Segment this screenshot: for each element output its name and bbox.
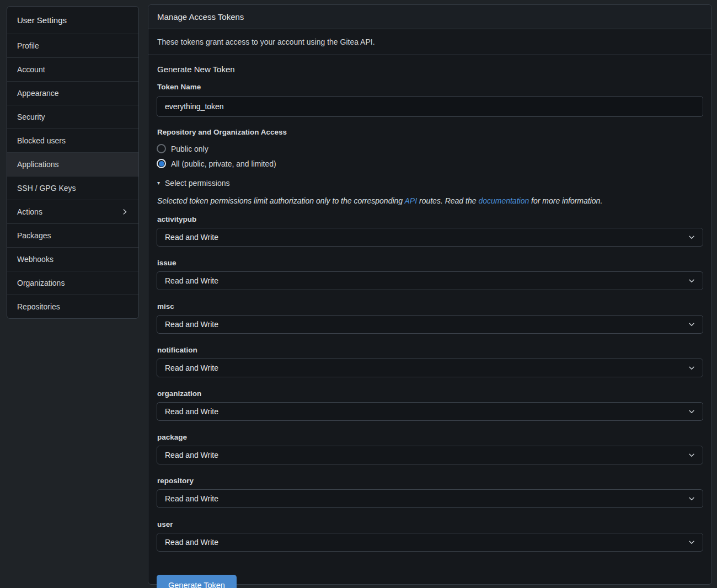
sidebar-item-label: Organizations xyxy=(17,279,65,287)
permission-group-repository: repository Read and Write xyxy=(157,477,703,508)
chevron-down-icon xyxy=(688,320,695,328)
sidebar-item-label: Account xyxy=(17,65,45,74)
permission-label: user xyxy=(157,520,703,528)
permission-group-notification: notification Read and Write xyxy=(157,346,703,377)
permission-label: misc xyxy=(157,302,703,311)
permission-select-activitypub[interactable]: Read and Write xyxy=(157,228,703,247)
permission-group-activitypub: activitypub Read and Write xyxy=(157,215,703,247)
chevron-down-icon xyxy=(688,408,695,415)
sidebar-item-label: Appearance xyxy=(17,89,59,98)
sidebar-item-applications[interactable]: Applications xyxy=(7,152,138,176)
chevron-down-icon xyxy=(688,233,695,241)
sidebar-item-appearance[interactable]: Appearance xyxy=(7,81,138,105)
permission-select-package[interactable]: Read and Write xyxy=(157,446,703,464)
generate-new-token-heading: Generate New Token xyxy=(157,65,703,74)
sidebar-item-webhooks[interactable]: Webhooks xyxy=(7,247,138,271)
permission-label: organization xyxy=(157,389,703,398)
permission-select-organization[interactable]: Read and Write xyxy=(157,402,703,421)
generate-token-button[interactable]: Generate Token xyxy=(157,575,237,588)
chevron-down-icon xyxy=(688,538,695,546)
radio-all[interactable]: All (public, private, and limited) xyxy=(157,156,703,171)
select-permissions-toggle[interactable]: ▾ Select permissions xyxy=(157,179,703,188)
sidebar-item-profile[interactable]: Profile xyxy=(7,34,138,57)
note-text: routes. Read the xyxy=(417,196,478,205)
sidebar-item-ssh-gpg-keys[interactable]: SSH / GPG Keys xyxy=(7,176,138,200)
selected-option: Read and Write xyxy=(165,538,218,547)
selected-option: Read and Write xyxy=(165,494,218,503)
token-name-input[interactable] xyxy=(157,96,703,117)
note-text: for more information. xyxy=(529,196,602,205)
permission-label: issue xyxy=(157,259,703,267)
chevron-right-icon xyxy=(121,208,129,216)
sidebar-item-label: Actions xyxy=(17,207,42,216)
note-text: Selected token permissions limit authori… xyxy=(157,196,405,205)
selected-option: Read and Write xyxy=(165,276,218,285)
selected-option: Read and Write xyxy=(165,320,218,329)
chevron-down-icon xyxy=(688,277,695,285)
permission-group-organization: organization Read and Write xyxy=(157,389,703,421)
triangle-down-icon: ▾ xyxy=(157,180,160,186)
sidebar-item-account[interactable]: Account xyxy=(7,57,138,81)
chevron-down-icon xyxy=(688,451,695,459)
generate-token-form: Generate New Token Token Name Repository… xyxy=(148,55,711,588)
permission-select-repository[interactable]: Read and Write xyxy=(157,489,703,508)
tokens-description: These tokens grant access to your accoun… xyxy=(148,29,711,55)
sidebar-item-label: Repositories xyxy=(17,302,60,311)
selected-option: Read and Write xyxy=(165,233,218,242)
permission-group-issue: issue Read and Write xyxy=(157,259,703,290)
select-permissions-label: Select permissions xyxy=(165,179,230,188)
sidebar-item-label: Profile xyxy=(17,41,39,50)
permission-label: repository xyxy=(157,477,703,485)
selected-option: Read and Write xyxy=(165,451,218,459)
settings-sidebar: User Settings Profile Account Appearance… xyxy=(7,6,139,319)
token-name-label: Token Name xyxy=(157,83,703,91)
radio-public-only-icon[interactable] xyxy=(157,144,166,153)
sidebar-item-label: Packages xyxy=(17,231,51,240)
permissions-note: Selected token permissions limit authori… xyxy=(157,196,703,205)
sidebar-item-organizations[interactable]: Organizations xyxy=(7,271,138,295)
manage-access-tokens-panel: Manage Access Tokens These tokens grant … xyxy=(148,4,712,585)
radio-all-label: All (public, private, and limited) xyxy=(171,159,276,168)
sidebar-item-label: Webhooks xyxy=(17,255,53,264)
permission-label: activitypub xyxy=(157,215,703,223)
radio-public-only-label: Public only xyxy=(171,145,208,153)
sidebar-item-label: Security xyxy=(17,113,45,121)
chevron-down-icon xyxy=(688,495,695,503)
radio-public-only[interactable]: Public only xyxy=(157,141,703,156)
sidebar-item-label: Applications xyxy=(17,160,59,169)
permission-select-notification[interactable]: Read and Write xyxy=(157,359,703,377)
api-link[interactable]: API xyxy=(405,196,418,205)
radio-all-icon[interactable] xyxy=(157,159,166,168)
sidebar-item-label: SSH / GPG Keys xyxy=(17,184,76,193)
page-title: Manage Access Tokens xyxy=(148,5,711,29)
permission-select-misc[interactable]: Read and Write xyxy=(157,315,703,334)
permission-select-user[interactable]: Read and Write xyxy=(157,533,703,552)
sidebar-item-label: Blocked users xyxy=(17,136,66,145)
sidebar-title: User Settings xyxy=(7,7,138,34)
sidebar-item-blocked-users[interactable]: Blocked users xyxy=(7,129,138,152)
documentation-link[interactable]: documentation xyxy=(478,196,529,205)
selected-option: Read and Write xyxy=(165,364,218,372)
permission-group-user: user Read and Write xyxy=(157,520,703,552)
chevron-down-icon xyxy=(688,364,695,372)
selected-option: Read and Write xyxy=(165,407,218,416)
permission-label: package xyxy=(157,433,703,441)
permission-group-package: package Read and Write xyxy=(157,433,703,464)
access-scope-label: Repository and Organization Access xyxy=(157,128,703,136)
permission-select-issue[interactable]: Read and Write xyxy=(157,271,703,290)
permission-group-misc: misc Read and Write xyxy=(157,302,703,334)
sidebar-item-packages[interactable]: Packages xyxy=(7,223,138,247)
sidebar-item-repositories[interactable]: Repositories xyxy=(7,295,138,318)
sidebar-item-actions[interactable]: Actions xyxy=(7,200,138,223)
permission-label: notification xyxy=(157,346,703,354)
sidebar-item-security[interactable]: Security xyxy=(7,105,138,129)
